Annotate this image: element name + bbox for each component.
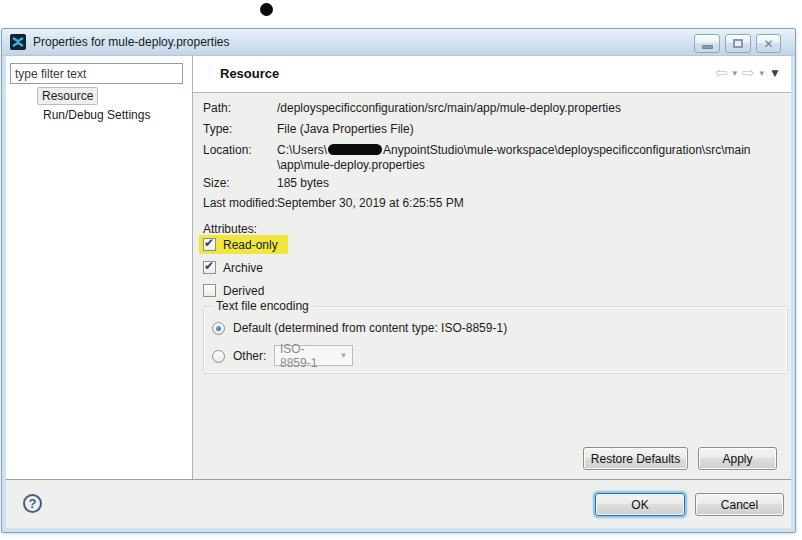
other-encoding-value: ISO-8859-1	[275, 342, 335, 370]
window-title: Properties for mule-deploy.properties	[33, 29, 230, 55]
type-label: Type:	[203, 122, 232, 136]
read-only-label: Read-only	[223, 238, 278, 252]
path-label: Path:	[203, 101, 231, 115]
location-suffix: AnypointStudio\mule-workspace\deployspec…	[383, 143, 751, 157]
maximize-button[interactable]	[725, 34, 751, 53]
minimize-button[interactable]	[694, 34, 720, 53]
other-encoding-select[interactable]: ISO-8859-1 ▼	[274, 345, 353, 366]
annotation-dot	[260, 3, 273, 16]
cancel-button[interactable]: Cancel	[695, 493, 784, 516]
resource-content: Path: /deployspecificconfiguration/src/m…	[193, 93, 791, 479]
page-header: Resource ⇦ ▾ ⇨ ▾ ▼	[193, 56, 791, 93]
archive-label: Archive	[223, 261, 263, 275]
attribute-row-read-only: Read-only	[199, 235, 288, 254]
sidebar: Resource Run/Debug Settings	[6, 56, 192, 479]
derived-label: Derived	[223, 284, 264, 298]
archive-checkbox[interactable]	[203, 261, 216, 274]
path-value: /deployspecificconfiguration/src/main/ap…	[277, 101, 782, 116]
title-bar[interactable]: Properties for mule-deploy.properties ✕	[2, 29, 795, 56]
restore-defaults-button[interactable]: Restore Defaults	[583, 447, 688, 470]
back-icon[interactable]: ⇦	[715, 64, 728, 82]
modified-label: Last modified:	[203, 196, 278, 210]
forward-icon[interactable]: ⇨	[742, 64, 755, 82]
close-icon: ✕	[763, 38, 773, 50]
size-value: 185 bytes	[277, 176, 782, 191]
anypoint-studio-icon	[10, 34, 26, 50]
location-label: Location:	[203, 143, 252, 157]
apply-button[interactable]: Apply	[698, 447, 777, 470]
location-line2: \app\mule-deploy.properties	[277, 158, 425, 172]
type-value: File (Java Properties File)	[277, 122, 782, 137]
ok-button[interactable]: OK	[595, 493, 685, 516]
right-panel: Resource ⇦ ▾ ⇨ ▾ ▼ Path: /deployspecific…	[193, 56, 791, 479]
location-value: C:\Users\AnypointStudio\mule-workspace\d…	[277, 143, 782, 173]
close-button[interactable]: ✕	[756, 34, 781, 53]
tree-item-run-debug-settings[interactable]: Run/Debug Settings	[39, 107, 154, 123]
help-button[interactable]: ?	[23, 494, 42, 513]
other-encoding-label: Other:	[233, 349, 266, 363]
combo-dropdown-icon: ▼	[335, 351, 352, 360]
default-encoding-label: Default (determined from content type: I…	[233, 321, 507, 335]
dialog-body: Resource Run/Debug Settings Resource ⇦ ▾…	[6, 56, 791, 528]
default-encoding-radio[interactable]	[212, 322, 225, 335]
attribute-row-archive: Archive	[199, 258, 273, 277]
view-menu-icon[interactable]: ▼	[769, 66, 781, 80]
properties-dialog: Properties for mule-deploy.properties ✕ …	[1, 28, 796, 533]
encoding-group-label: Text file encoding	[212, 299, 313, 313]
filter-input[interactable]	[10, 63, 183, 84]
location-prefix: C:\Users\	[277, 143, 327, 157]
read-only-checkbox[interactable]	[203, 238, 216, 251]
other-encoding-radio[interactable]	[212, 350, 225, 363]
tree-item-resource[interactable]: Resource	[37, 87, 98, 105]
encoding-default-row: Default (determined from content type: I…	[212, 320, 507, 336]
page-title: Resource	[220, 66, 279, 81]
back-dropdown-icon[interactable]: ▾	[732, 68, 737, 78]
attribute-row-derived: Derived	[199, 281, 274, 300]
minimize-icon	[702, 45, 713, 49]
forward-dropdown-icon[interactable]: ▾	[760, 68, 765, 78]
redacted-username	[328, 144, 382, 155]
size-label: Size:	[203, 176, 230, 190]
attributes-label: Attributes:	[203, 222, 257, 236]
derived-checkbox[interactable]	[203, 284, 216, 297]
encoding-other-row: Other:	[212, 348, 266, 364]
maximize-icon	[733, 39, 743, 48]
text-file-encoding-group: Text file encoding Default (determined f…	[203, 306, 788, 374]
modified-value: September 30, 2019 at 6:25:55 PM	[277, 196, 782, 211]
dialog-footer: ? OK Cancel	[6, 480, 791, 528]
